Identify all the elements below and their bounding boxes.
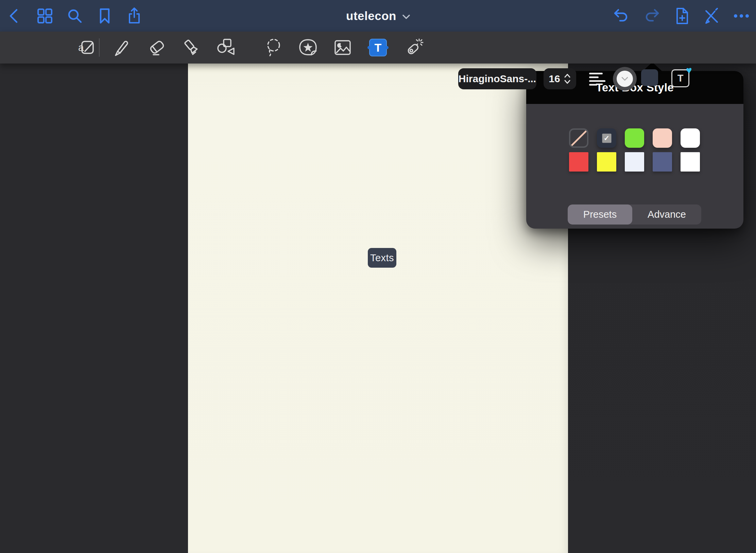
text-color-button[interactable]	[613, 67, 637, 91]
add-page-button[interactable]	[671, 0, 692, 32]
text-tool-glyph: T	[375, 41, 382, 54]
shapes-tool-button[interactable]	[214, 32, 238, 64]
pen-icon	[112, 39, 130, 56]
eraser-icon	[148, 38, 166, 57]
stepper-chevrons-icon	[564, 73, 571, 85]
sticker-tool-button[interactable]	[296, 32, 320, 64]
readonly-mode-button[interactable]	[701, 0, 722, 32]
sticker-icon	[298, 39, 317, 56]
text-box-style-popover: Text Box Style ✓ Presets Advance	[526, 71, 743, 229]
notebook-page[interactable]: Texts	[188, 64, 568, 553]
swatch-#ffffff[interactable]	[681, 152, 700, 172]
readonly-pen-icon	[703, 8, 720, 24]
edit-mode-button[interactable]: a	[75, 32, 99, 64]
swatch-#f8f83a[interactable]	[597, 152, 616, 172]
undo-icon	[613, 8, 630, 24]
font-size-stepper[interactable]: 16	[544, 68, 576, 89]
swatch-#ffffff[interactable]	[681, 128, 700, 148]
align-line-4	[589, 84, 597, 86]
text-align-button[interactable]	[589, 63, 612, 95]
selection-handle-left	[367, 46, 371, 49]
redo-button[interactable]	[641, 0, 662, 32]
font-size-value: 16	[549, 73, 560, 85]
laser-pointer-icon	[404, 38, 424, 57]
add-page-icon	[674, 7, 690, 25]
top-navigation-bar: utelecon	[0, 0, 756, 32]
no-fill-diagonal	[570, 130, 587, 147]
text-box-style-button[interactable]: T ♥	[670, 66, 692, 90]
shapes-icon	[217, 38, 236, 57]
tool-bar: a	[0, 32, 756, 64]
svg-text:a: a	[78, 42, 84, 53]
lasso-icon	[265, 38, 283, 57]
tab-advance[interactable]: Advance	[632, 204, 701, 225]
style-color-tile	[641, 69, 658, 86]
tab-presets-label: Presets	[583, 209, 617, 220]
highlighter-icon	[182, 38, 201, 57]
image-icon	[333, 39, 352, 56]
swatch-selected-transparent[interactable]: ✓	[597, 128, 616, 148]
presets-advance-segmented-control: Presets Advance	[568, 204, 701, 225]
tab-advance-label: Advance	[648, 209, 686, 220]
laser-pointer-button[interactable]	[402, 32, 426, 64]
pen-tool-button[interactable]	[109, 32, 133, 64]
swatch-row-1: ✓	[569, 128, 700, 148]
checkmark-icon: ✓	[602, 133, 611, 143]
swatch-#56608a[interactable]	[653, 152, 672, 172]
image-tool-button[interactable]	[331, 32, 355, 64]
canvas-text-label: Texts	[370, 252, 394, 264]
color-chevron-down-icon	[621, 77, 628, 81]
text-tool-selected-icon: T	[369, 39, 387, 56]
tab-presets[interactable]: Presets	[568, 204, 632, 225]
swatch-#f8cfc0[interactable]	[653, 128, 672, 148]
canvas-text-box[interactable]: Texts	[368, 248, 396, 268]
align-line-3	[589, 80, 605, 82]
heart-icon: ♥	[686, 64, 692, 76]
swatch-#7ee53c[interactable]	[625, 128, 644, 148]
more-button[interactable]	[731, 0, 752, 32]
title-chevron-down-icon	[402, 15, 410, 19]
font-family-button[interactable]: HiraginoSans-...	[458, 68, 536, 89]
text-tool-button[interactable]: T	[366, 32, 390, 64]
swatch-#edf1fa[interactable]	[625, 152, 644, 172]
align-line-1	[589, 73, 603, 74]
lasso-tool-button[interactable]	[262, 32, 286, 64]
document-title: utelecon	[346, 9, 396, 23]
current-color-swatch	[617, 71, 633, 87]
selection-handle-right	[385, 46, 389, 49]
font-family-label: HiraginoSans-...	[459, 73, 536, 85]
ellipsis-icon	[734, 14, 749, 18]
edit-mode-icon: a	[77, 39, 96, 56]
eraser-tool-button[interactable]	[145, 32, 169, 64]
swatch-no-fill[interactable]	[569, 128, 588, 148]
text-box-style-glyph: T	[677, 73, 684, 84]
align-line-2	[589, 76, 599, 78]
swatch-row-2	[569, 152, 700, 172]
swatch-#ef4747[interactable]	[569, 152, 588, 172]
highlighter-tool-button[interactable]	[179, 32, 203, 64]
toolbar-divider	[99, 38, 100, 57]
undo-button[interactable]	[611, 0, 632, 32]
redo-icon	[643, 8, 660, 24]
